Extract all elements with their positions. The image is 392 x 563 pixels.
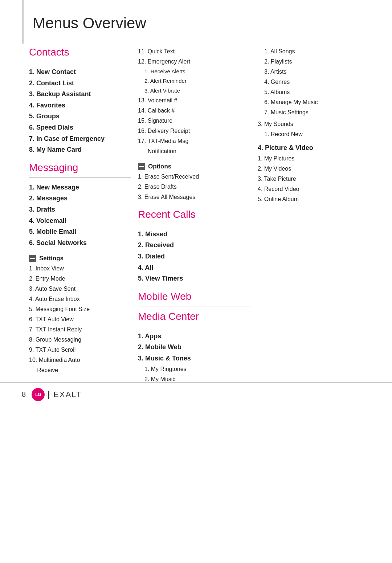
list-item: 7. Music Settings (264, 107, 359, 118)
list-item: 3. Music & Tones (138, 353, 250, 364)
list-item: 7. In Case of Emergency (29, 133, 131, 144)
list-item: 2. Entry Mode (29, 274, 131, 284)
list-item: 4. Favorites (29, 100, 131, 111)
media-center-section: Media Center 1. Apps 2. Mobile Web 3. Mu… (138, 311, 250, 384)
separator: | (48, 390, 50, 399)
list-item: 4. Record Video (258, 184, 359, 194)
list-item: 2. Alert Reminder (144, 76, 250, 86)
list-item: 14. Callback # (138, 106, 250, 116)
list-item: 1. Record New (264, 129, 359, 139)
footer-logo: LG | EXALT (32, 388, 82, 401)
contacts-divider (29, 62, 131, 62)
left-accent-bar (22, 0, 24, 44)
list-item: 6. Social Networks (29, 237, 131, 249)
list-item: 2. My Videos (258, 164, 359, 174)
column-2: 11. Quick Text 12. Emergency Alert 1. Re… (138, 43, 258, 384)
list-item: 2. Messages (29, 193, 131, 204)
mobile-web-divider (138, 306, 250, 306)
list-item: 16. Delivery Receipt (138, 126, 250, 136)
contacts-title: Contacts (29, 46, 131, 58)
mobile-web-section: Mobile Web (138, 291, 250, 306)
minus-icon (29, 255, 36, 262)
list-item: 3. Auto Save Sent (29, 284, 131, 294)
main-columns: Contacts 1. New Contact 2. Contact List … (29, 43, 370, 384)
list-item: 15. Signature (138, 116, 250, 126)
list-item: 6. Speed Dials (29, 122, 131, 133)
page-footer: 8 LG | EXALT (0, 382, 392, 406)
list-item: 5. Messaging Font Size (29, 304, 131, 314)
list-item: 3. Drafts (29, 204, 131, 215)
list-item: 2. Contact List (29, 78, 131, 89)
list-item: 1. My Pictures (258, 154, 359, 164)
list-item: 8. My Name Card (29, 144, 131, 155)
recent-calls-section: Recent Calls 1. Missed 2. Received 3. Di… (138, 209, 250, 284)
list-item: 4. All (138, 262, 250, 273)
list-item: 4. Voicemail (29, 215, 131, 227)
picture-video-section: 4. Picture & Video 1. My Pictures 2. My … (258, 142, 359, 204)
footer-brand-name: EXALT (53, 390, 82, 399)
page-title: Menus Overview (33, 15, 370, 32)
options-label: Options (148, 163, 171, 170)
list-item: 2. Received (138, 240, 250, 251)
messaging-section: Messaging 1. New Message 2. Messages 3. … (29, 162, 131, 249)
list-item: 10. Multimedia Auto Receive (29, 355, 131, 375)
list-item: 3. Alert Vibrate (144, 86, 250, 95)
list-item: 3. Take Picture (258, 174, 359, 184)
list-item: 3. Erase All Messages (138, 192, 250, 202)
list-item: 5. Albums (264, 87, 359, 97)
lg-logo-text: LG (35, 392, 41, 397)
list-item: 5. Groups (29, 111, 131, 122)
list-item: 3. Artists (264, 67, 359, 77)
options-header: Options (138, 163, 250, 170)
list-item: 2. Mobile Web (138, 342, 250, 353)
my-sounds-section: 3. My Sounds 1. Record New (258, 119, 359, 139)
list-item: 3. Dialed (138, 251, 250, 262)
recent-calls-title: Recent Calls (138, 209, 250, 220)
list-item: 3. Backup Assistant (29, 89, 131, 100)
minus-icon (138, 163, 145, 170)
options-subsection: Options 1. Erase Sent/Received 2. Erase … (138, 163, 250, 202)
messaging-continued: 11. Quick Text 12. Emergency Alert 1. Re… (138, 46, 250, 156)
list-item: 1. Apps (138, 331, 250, 342)
mobile-web-title: Mobile Web (138, 291, 250, 302)
list-item: 2. Erase Drafts (138, 182, 250, 192)
list-item: 1. Missed (138, 229, 250, 240)
messaging-divider (29, 177, 131, 178)
list-item: 4. Genres (264, 77, 359, 87)
list-item: 6. Manage My Music (264, 97, 359, 107)
picture-video-title: 4. Picture & Video (258, 142, 359, 154)
list-item: 7. TXT Instant Reply (29, 325, 131, 335)
settings-header: Settings (29, 255, 131, 262)
music-sub-items: 1. All Songs 2. Playlists 3. Artists 4. … (264, 46, 359, 118)
list-item: 11. Quick Text (138, 46, 250, 57)
footer-page-number: 8 (22, 390, 26, 399)
list-item: 1. New Message (29, 182, 131, 193)
list-item: 1. All Songs (264, 46, 359, 57)
settings-subsection: Settings 1. Inbox View 2. Entry Mode 3. … (29, 255, 131, 375)
list-item: 4. Auto Erase Inbox (29, 294, 131, 304)
recent-calls-divider (138, 224, 250, 224)
settings-label: Settings (39, 255, 64, 262)
list-item: 2. Playlists (264, 57, 359, 67)
list-item: 9. TXT Auto Scroll (29, 345, 131, 355)
list-item: 13. Voicemail # (138, 95, 250, 106)
column-3: 1. All Songs 2. Playlists 3. Artists 4. … (258, 43, 367, 204)
list-item: 1. Receive Alerts (144, 67, 250, 76)
list-item: 5. Online Album (258, 194, 359, 204)
list-item: 6. TXT Auto View (29, 314, 131, 325)
messaging-title: Messaging (29, 162, 131, 174)
contacts-section: Contacts 1. New Contact 2. Contact List … (29, 46, 131, 155)
list-item: 1. Erase Sent/Received (138, 172, 250, 182)
list-item: 1. Inbox View (29, 264, 131, 274)
media-center-title: Media Center (138, 311, 250, 322)
list-item: 5. Mobile Email (29, 226, 131, 237)
list-item: 1. New Contact (29, 66, 131, 78)
list-item: 12. Emergency Alert (138, 57, 250, 67)
list-item: 1. My Ringtones (144, 364, 250, 374)
list-item: 3. My Sounds (258, 119, 359, 129)
media-center-divider (138, 326, 250, 326)
list-item: 5. View Timers (138, 273, 250, 284)
column-1: Contacts 1. New Contact 2. Contact List … (29, 43, 138, 375)
lg-logo-icon: LG (32, 388, 45, 401)
list-item: 8. Group Messaging (29, 335, 131, 345)
